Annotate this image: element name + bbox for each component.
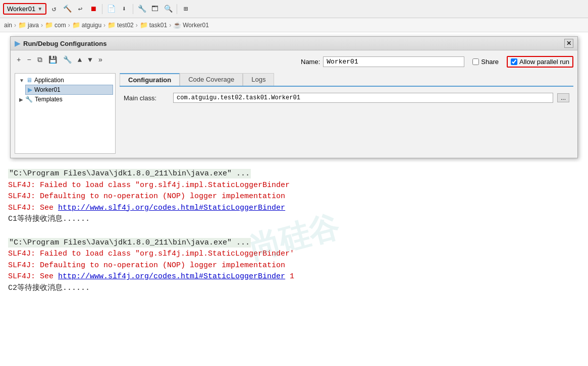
task01-folder-icon: 📁: [140, 21, 148, 29]
toolbar-separator-3: [177, 4, 177, 14]
file-icon[interactable]: 📄: [105, 4, 117, 15]
slf4j-link-1[interactable]: http://www.slf4j.org/codes.html#StaticLo…: [58, 204, 285, 212]
dialog-titlebar: ▶ Run/Debug Configurations ✕: [11, 37, 577, 50]
copy-config-button[interactable]: ⧉: [35, 55, 44, 65]
breadcrumb-sep-3: ›: [68, 22, 70, 29]
build-icon[interactable]: 🔨: [62, 4, 73, 15]
dialog-toolbar: + − ⧉ 💾 🔧 ▲ ▼ »: [15, 54, 104, 65]
test02-folder-icon: 📁: [108, 21, 116, 29]
breadcrumb-java[interactable]: 📁 java: [18, 21, 39, 29]
search-icon[interactable]: 🔍: [163, 4, 174, 15]
com-folder-icon: 📁: [45, 21, 53, 29]
expand-application-icon: ▼: [19, 78, 24, 83]
breadcrumb-task01[interactable]: 📁 task01: [140, 21, 167, 29]
toolbar-separator-2: [133, 4, 133, 14]
settings-config-button[interactable]: 🔧: [61, 54, 74, 65]
share-checkbox-group: Share: [472, 58, 499, 66]
breadcrumb-task01-label: task01: [149, 22, 167, 29]
console-line-1-1: "C:\Program Files\Java\jdk1.8.0_211\bin\…: [8, 168, 580, 180]
breadcrumb-atguigu[interactable]: 📁 atguigu: [72, 21, 101, 29]
console-block-2: "C:\Program Files\Java\jdk1.8.0_211\bin\…: [8, 237, 580, 294]
breadcrumb-com[interactable]: 📁 com: [45, 21, 66, 29]
allow-parallel-checkbox[interactable]: [511, 58, 517, 65]
breadcrumb-worker01[interactable]: ☕ Worker01: [173, 21, 209, 29]
tree-application-label: Application: [34, 77, 64, 84]
java-folder-icon: 📁: [18, 21, 26, 29]
dialog-main-area: ▼ 🖥 Application ▶ Worker01 ▶ 🔧 Templates: [15, 73, 573, 154]
wrench-icon[interactable]: 🔧: [136, 4, 147, 15]
worker01-type-icon: ▶: [28, 86, 32, 93]
add-config-button[interactable]: +: [15, 55, 23, 65]
main-class-label: Main class:: [124, 94, 169, 102]
tab-configuration[interactable]: Configuration: [120, 73, 180, 86]
worker01-java-icon: ☕: [173, 21, 181, 29]
name-label: Name:: [301, 58, 320, 66]
rerun-icon[interactable]: ↩: [75, 4, 86, 15]
tree-worker01-item[interactable]: ▶ Worker01: [25, 85, 113, 95]
toolbar-separator-1: [102, 4, 102, 14]
dialog-header-row: + − ⧉ 💾 🔧 ▲ ▼ » Name: Share: [15, 54, 573, 69]
run-config-label: Worker01: [7, 5, 35, 13]
remove-config-button[interactable]: −: [25, 55, 33, 65]
share-label: Share: [481, 58, 499, 66]
breadcrumb-sep-5: ›: [136, 22, 138, 29]
dropdown-arrow-icon: ▼: [37, 6, 42, 12]
dialog-title-icon: ▶: [15, 39, 20, 47]
breadcrumb-sep-4: ›: [103, 22, 105, 29]
dialog-body: + − ⧉ 💾 🔧 ▲ ▼ » Name: Share: [11, 50, 577, 158]
dialog-close-button[interactable]: ✕: [564, 39, 573, 48]
breadcrumb-sep-6: ›: [169, 22, 171, 29]
breadcrumb-test02[interactable]: 📁 test02: [108, 21, 134, 29]
console-line-1-5: C1等待接收消息......: [8, 214, 580, 225]
breadcrumb-com-label: com: [55, 22, 66, 29]
breadcrumb: ain › 📁 java › 📁 com › 📁 atguigu › 📁 tes…: [0, 18, 588, 32]
breadcrumb-atguigu-label: atguigu: [82, 22, 101, 29]
dialog-title: Run/Debug Configurations: [23, 40, 106, 47]
name-input[interactable]: [323, 56, 464, 67]
templates-icon: 🔧: [25, 96, 33, 103]
save-config-button[interactable]: 💾: [46, 54, 59, 65]
application-type-icon: 🖥: [26, 77, 32, 84]
tree-templates-label: Templates: [35, 96, 63, 103]
console-area: 尚硅谷 "C:\Program Files\Java\jdk1.8.0_211\…: [0, 162, 588, 312]
main-toolbar: Worker01 ▼ ↺ 🔨 ↩ ⏹ 📄 ⬇ 🔧 🗔 🔍 ⊞: [0, 0, 588, 18]
refresh-icon[interactable]: ↺: [48, 4, 60, 15]
down-icon[interactable]: ⬇: [119, 4, 130, 15]
stop-icon[interactable]: ⏹: [88, 4, 99, 15]
console-line-2-3: SLF4J: Defaulting to no-operation (NOP) …: [8, 260, 580, 272]
console-line-1-3: SLF4J: Defaulting to no-operation (NOP) …: [8, 191, 580, 203]
breadcrumb-worker01-label: Worker01: [183, 22, 209, 29]
tree-application-group[interactable]: ▼ 🖥 Application: [17, 76, 113, 85]
more-button[interactable]: »: [96, 55, 104, 65]
tree-worker01-label: Worker01: [34, 86, 61, 93]
tab-code-coverage[interactable]: Code Coverage: [180, 73, 243, 86]
layout-icon[interactable]: 🗔: [149, 4, 161, 15]
slf4j-link-2[interactable]: http://www.slf4j.org/codes.html#StaticLo…: [58, 272, 285, 281]
config-tree-panel: ▼ 🖥 Application ▶ Worker01 ▶ 🔧 Templates: [15, 73, 116, 154]
breadcrumb-main[interactable]: ain: [4, 22, 12, 29]
move-down-button[interactable]: ▼: [86, 55, 94, 65]
atguigu-folder-icon: 📁: [72, 21, 80, 29]
tab-logs[interactable]: Logs: [243, 73, 274, 86]
console-line-2-5: C2等待接收消息......: [8, 283, 580, 294]
main-class-input[interactable]: [173, 93, 553, 103]
grid-icon[interactable]: ⊞: [180, 4, 191, 15]
run-config-dropdown[interactable]: Worker01 ▼: [3, 3, 46, 15]
share-checkbox[interactable]: [472, 58, 479, 65]
config-right-panel: Configuration Code Coverage Logs Main cl…: [120, 73, 573, 154]
move-up-button[interactable]: ▲: [76, 55, 84, 65]
breadcrumb-java-label: java: [28, 22, 39, 29]
main-class-browse-button[interactable]: ...: [557, 93, 569, 102]
expand-templates-icon: ▶: [19, 97, 23, 102]
config-content: Main class: ...: [120, 87, 573, 113]
name-field-group: Name:: [301, 56, 464, 67]
main-class-row: Main class: ...: [124, 93, 569, 103]
console-block-1: "C:\Program Files\Java\jdk1.8.0_211\bin\…: [8, 168, 580, 225]
console-line-2-1: "C:\Program Files\Java\jdk1.8.0_211\bin\…: [8, 237, 580, 249]
allow-parallel-label: Allow parallel run: [519, 58, 569, 66]
console-line-2-4: SLF4J: See http://www.slf4j.org/codes.ht…: [8, 271, 580, 283]
breadcrumb-sep-2: ›: [41, 22, 43, 29]
tree-templates-group[interactable]: ▶ 🔧 Templates: [17, 95, 113, 104]
console-line-2-2: SLF4J: Failed to load class "org.slf4j.i…: [8, 249, 580, 260]
allow-parallel-group: Allow parallel run: [507, 56, 573, 68]
